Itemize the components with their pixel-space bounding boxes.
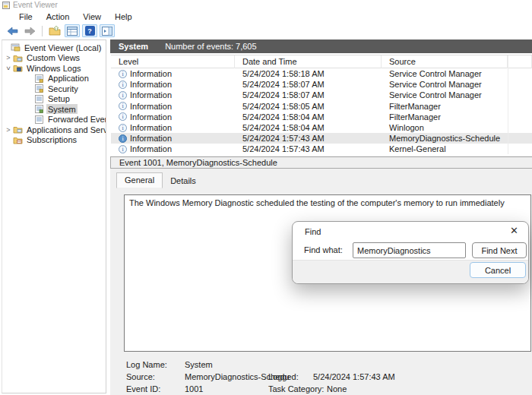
- event-datetime: 5/24/2024 1:58:07 AM: [235, 90, 382, 100]
- table-row[interactable]: Information 5/24/2024 1:58:04 AM FilterM…: [111, 112, 532, 122]
- event-level: Information: [130, 69, 172, 78]
- cancel-button[interactable]: Cancel: [470, 262, 526, 278]
- event-detail-header: Event 1001, MemoryDiagnostics-Schedule: [110, 156, 532, 169]
- source-label: Source:: [126, 372, 155, 381]
- forward-arrow-icon[interactable]: [22, 24, 37, 37]
- find-dialog: Find ✕ Find what: Find Next Cancel: [292, 221, 529, 284]
- tree-item-security[interactable]: Security: [2, 84, 106, 94]
- events-count: Number of events: 7,605: [165, 42, 256, 51]
- open-saved-log-icon[interactable]: [47, 24, 62, 37]
- column-date-and-time[interactable]: Date and Time: [235, 55, 382, 68]
- find-next-button[interactable]: Find Next: [472, 242, 527, 258]
- table-row[interactable]: Information 5/24/2024 1:58:05 AM FilterM…: [111, 101, 532, 112]
- action-pane-icon[interactable]: [100, 24, 115, 37]
- tree-item-subscriptions[interactable]: Subscriptions: [2, 135, 106, 146]
- subscriptions-icon: [13, 136, 23, 144]
- column-gridline: [508, 55, 508, 154]
- event-list: Level Date and Time Source Information 5…: [111, 55, 532, 155]
- information-icon: [119, 91, 127, 100]
- event-level: Information: [130, 123, 172, 132]
- event-id-value: 1001: [185, 384, 203, 393]
- event-datetime: 5/24/2024 1:57:43 AM: [235, 144, 382, 153]
- close-icon[interactable]: ✕: [510, 225, 518, 236]
- event-list-header: Level Date and Time Source: [111, 55, 532, 68]
- table-row[interactable]: Information 5/24/2024 1:58:07 AM Service…: [111, 90, 532, 100]
- tree-item-label: System: [48, 105, 76, 114]
- information-icon: [119, 81, 127, 89]
- toolbar: [0, 23, 532, 39]
- event-source: Winlogon: [382, 123, 508, 132]
- event-source: MemoryDiagnostics-Schedule: [382, 134, 508, 143]
- tree-item-applications-and-services[interactable]: > Applications and Services Lo: [2, 125, 106, 135]
- event-source: Service Control Manager: [382, 90, 508, 100]
- table-row[interactable]: Information 5/24/2024 1:58:04 AM Winlogo…: [111, 122, 532, 133]
- event-level: Information: [130, 134, 172, 143]
- log-name-value: System: [185, 360, 213, 369]
- log-file-icon: [34, 115, 44, 124]
- menu-action[interactable]: Action: [40, 12, 77, 21]
- log-file-icon: [34, 95, 44, 103]
- event-source: FilterManager: [382, 102, 508, 111]
- tree-item-label: Applications and Services Lo: [27, 125, 106, 134]
- column-spacer: [508, 55, 532, 68]
- tree-item-custom-views[interactable]: > Custom Views: [2, 53, 106, 64]
- table-row[interactable]: Information 5/24/2024 1:57:43 AM Kernel-…: [111, 144, 532, 154]
- task-category-value: None: [327, 384, 347, 393]
- custom-views-folder-icon: [13, 54, 23, 62]
- tree-item-label: Application: [48, 74, 89, 83]
- logged-label: Logged:: [268, 372, 299, 381]
- information-icon: [119, 124, 127, 132]
- log-title: System: [119, 42, 148, 51]
- event-datetime: 5/24/2024 1:58:18 AM: [235, 69, 382, 78]
- chevron-collapsed-icon[interactable]: >: [4, 54, 13, 62]
- tree-item-label: Forwarded Events: [48, 115, 106, 124]
- tab-general[interactable]: General: [116, 172, 163, 188]
- help-icon[interactable]: [82, 24, 97, 37]
- column-level[interactable]: Level: [111, 55, 235, 68]
- table-row[interactable]: Information 5/24/2024 1:58:18 AM Service…: [111, 68, 532, 79]
- log-file-icon: [34, 84, 44, 93]
- windows-logs-folder-icon: [13, 64, 23, 72]
- menu-file[interactable]: File: [12, 12, 40, 21]
- find-what-label: Find what:: [304, 245, 343, 254]
- tree-item-windows-logs[interactable]: > Windows Logs: [2, 63, 106, 74]
- information-icon: [119, 102, 127, 110]
- window-titlebar: Event Viewer: [0, 0, 532, 10]
- information-icon: [119, 112, 127, 121]
- event-description-text: The Windows Memory Diagnostic scheduled …: [129, 198, 505, 207]
- event-id-label: Event ID:: [126, 384, 160, 393]
- table-row[interactable]: Information 5/24/2024 1:58:07 AM Service…: [111, 79, 532, 90]
- table-row-selected[interactable]: Information 5/24/2024 1:57:43 AM MemoryD…: [111, 133, 532, 144]
- tab-details[interactable]: Details: [163, 174, 204, 188]
- logged-value: 5/24/2024 1:57:43 AM: [313, 372, 395, 381]
- information-icon: [119, 134, 127, 143]
- menu-view[interactable]: View: [76, 12, 108, 21]
- back-arrow-icon[interactable]: [5, 24, 20, 37]
- column-source[interactable]: Source: [382, 55, 508, 68]
- tree-item-event-viewer-local[interactable]: Event Viewer (Local): [2, 43, 106, 53]
- tree-item-label: Event Viewer (Local): [24, 43, 101, 52]
- log-file-icon: [34, 74, 44, 83]
- tree-item-forwarded-events[interactable]: Forwarded Events: [2, 115, 106, 125]
- create-custom-view-icon[interactable]: [65, 24, 80, 37]
- information-icon: [119, 145, 127, 153]
- toolbar-separator: [42, 26, 43, 36]
- event-source: Kernel-General: [382, 144, 508, 153]
- help-question-glyph: [85, 26, 95, 36]
- log-name-label: Log Name:: [126, 360, 167, 369]
- window-title: Event Viewer: [13, 1, 58, 9]
- event-level: Information: [130, 102, 172, 111]
- event-viewer-app-icon: [2, 2, 10, 9]
- menu-bar: File Action View Help: [0, 10, 532, 23]
- menu-help[interactable]: Help: [108, 12, 139, 21]
- log-file-icon: [34, 105, 44, 113]
- find-what-input[interactable]: [353, 242, 466, 258]
- event-datetime: 5/24/2024 1:58:05 AM: [235, 102, 382, 111]
- tree-item-application[interactable]: Application: [2, 74, 106, 84]
- chevron-collapsed-icon[interactable]: >: [4, 126, 13, 134]
- event-source: Service Control Manager: [382, 69, 508, 78]
- tree-item-setup[interactable]: Setup: [2, 94, 106, 105]
- chevron-expanded-icon[interactable]: >: [4, 65, 13, 72]
- event-source: Service Control Manager: [382, 80, 508, 89]
- tree-item-system[interactable]: System: [2, 104, 106, 115]
